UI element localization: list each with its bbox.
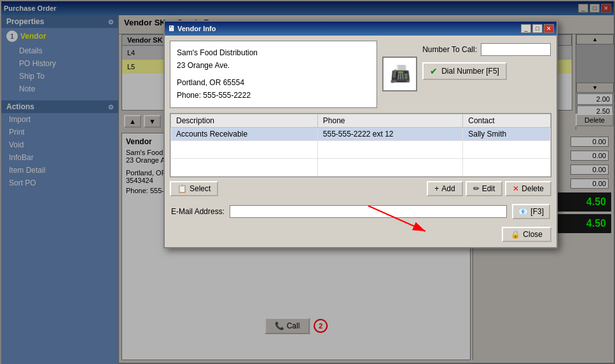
modal-body: Sam's Food Distribution 23 Orange Ave. P… [165,36,556,247]
phone-icon: 📠 [390,64,410,84]
dial-icon: ✔ [430,66,438,76]
email-btn-label: [F3] [530,207,544,216]
modal-maximize-button[interactable]: □ [532,24,542,33]
contacts-empty-desc-2 [171,158,318,176]
contacts-contact-0: Sally Smith [463,127,551,140]
contacts-table-head: Description Phone Contact [171,114,551,127]
contacts-header-row: Description Phone Contact [171,114,551,127]
add-button[interactable]: + Add [427,181,462,196]
delete-label: Delete [522,184,544,193]
modal-delete-button[interactable]: ✕ Delete [505,181,551,196]
select-icon: 📋 [177,184,187,193]
contacts-desc-0: Accounts Receivable [171,127,318,140]
number-to-call-row: Number To Call: [422,43,551,56]
number-section: Number To Call: ✔ Dial Number [F5] [422,41,551,108]
contacts-empty-phone-1 [317,140,462,158]
desc-col-header: Description [171,114,318,127]
edit-label: Edit [482,184,495,193]
right-modal-buttons: + Add ✏ Edit ✕ Delete [427,181,551,196]
contacts-table: Description Phone Contact Accounts Recei… [170,114,551,177]
select-button[interactable]: 📋 Select [170,181,218,196]
number-to-call-input[interactable] [481,43,551,56]
add-label: Add [441,184,455,193]
vendor-name: Sam's Food Distribution [177,46,370,59]
contacts-phone-0: 555-555-2222 ext 12 [317,127,462,140]
close-label: Close [523,230,542,239]
contacts-table-container: Description Phone Contact Accounts Recei… [170,113,551,177]
contacts-empty-contact-2 [463,158,551,176]
add-icon: + [434,184,439,193]
contact-col-header: Contact [463,114,551,127]
vendor-street: 23 Orange Ave. [177,59,370,72]
contacts-row-0[interactable]: Accounts Receivable 555-555-2222 ext 12 … [171,127,551,140]
email-input[interactable] [230,205,507,218]
vendor-info-modal: 🖥 Vendor Info _ □ ✕ Sam's Food Distribut… [163,20,558,248]
modal-minimize-button[interactable]: _ [521,24,531,33]
delete-icon: ✕ [513,184,519,193]
modal-title-label: Vendor Info [177,25,216,32]
dial-number-button[interactable]: ✔ Dial Number [F5] [422,62,507,80]
modal-close-button[interactable]: ✕ [544,24,554,33]
close-row: 🔒 Close [170,227,551,242]
modal-title-controls: _ □ ✕ [521,24,554,33]
contacts-empty-phone-2 [317,158,462,176]
main-window: Purchase Order _ □ ✕ Properties ⊙ 1 Vend… [0,0,615,364]
address-content: Sam's Food Distribution 23 Orange Ave. P… [177,46,370,102]
number-to-call-label: Number To Call: [422,45,477,54]
close-icon: 🔒 [511,230,520,239]
modal-buttons-row: 📋 Select + Add [170,181,551,196]
select-label: Select [190,184,211,193]
vendor-city-state-zip: Portland, OR 65554 [177,76,370,89]
modal-title-text: 🖥 Vendor Info [167,24,216,33]
contacts-table-body: Accounts Receivable 555-555-2222 ext 12 … [171,127,551,176]
email-label: E-Mail Address: [171,207,225,216]
email-icon: 📧 [518,207,528,216]
dial-label: Dial Number [F5] [441,67,499,76]
address-box: Sam's Food Distribution 23 Orange Ave. P… [170,41,377,108]
address-section: Sam's Food Distribution 23 Orange Ave. P… [170,41,551,108]
edit-icon: ✏ [473,184,480,193]
phone-icon-box: 📠 [382,57,417,91]
contacts-row-empty-1 [171,140,551,158]
modal-close-btn[interactable]: 🔒 Close [502,227,551,242]
phone-col-header: Phone [317,114,462,127]
contacts-row-empty-2 [171,158,551,176]
email-section: E-Mail Address: 📧 [F3] [170,201,551,222]
contacts-empty-desc-1 [171,140,318,158]
modal-title-bar: 🖥 Vendor Info _ □ ✕ [165,22,556,36]
edit-button[interactable]: ✏ Edit [466,181,503,196]
email-button[interactable]: 📧 [F3] [512,204,550,219]
modal-title-icon: 🖥 [167,24,175,33]
vendor-phone: Phone: 555-555-2222 [177,89,370,102]
contacts-empty-contact-1 [463,140,551,158]
